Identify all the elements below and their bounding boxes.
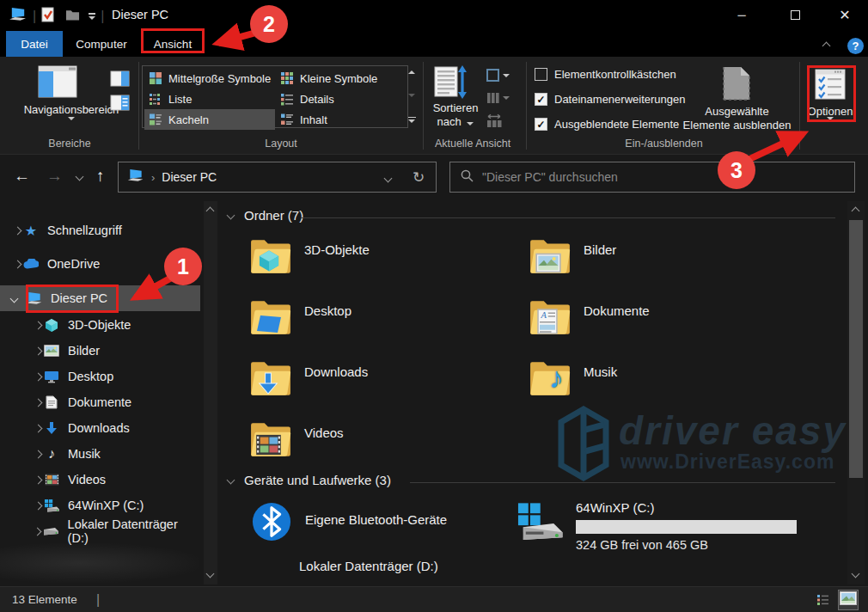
layout-option-kacheln[interactable]: Kacheln <box>144 109 275 130</box>
folder-tile-downloads[interactable]: Downloads <box>249 358 368 401</box>
scroll-down-icon[interactable] <box>852 570 860 578</box>
search-box[interactable] <box>449 162 855 193</box>
device-tile-d-drive[interactable]: Lokaler Datenträger (D:) <box>299 559 438 573</box>
expand-chevron-icon[interactable] <box>34 346 42 355</box>
section-collapse-chevron-icon[interactable] <box>227 476 235 485</box>
sidebar-item-dokumente[interactable]: Dokumente <box>0 389 200 415</box>
preview-pane-icon[interactable] <box>110 70 130 90</box>
expand-chevron-icon[interactable] <box>13 260 21 268</box>
refresh-icon[interactable]: ↻ <box>413 168 425 187</box>
scrollbar-thumb[interactable] <box>849 220 863 478</box>
layout-option-medium-icons[interactable]: Mittelgroße Symbole <box>144 68 275 89</box>
layout-more-icon[interactable] <box>408 117 416 124</box>
checkbox-row-hidden-items[interactable]: Ausgeblendete Elemente <box>535 118 679 131</box>
customize-qat-chevron-icon[interactable] <box>89 13 95 20</box>
device-tile-c-drive[interactable]: 64WinXP (C:) 324 GB frei von 465 GB <box>516 500 799 545</box>
checkbox-checked-icon[interactable] <box>535 118 547 131</box>
scroll-down-icon[interactable] <box>408 94 415 97</box>
hide-selected-label-line2[interactable]: Elemente ausblenden <box>679 119 795 132</box>
recent-locations-chevron-icon[interactable] <box>76 173 84 181</box>
layout-option-liste[interactable]: Liste <box>144 89 275 109</box>
expand-chevron-icon[interactable] <box>34 501 42 510</box>
sort-by-icon[interactable] <box>433 65 468 103</box>
tile-label: 3D-Objekte <box>304 242 370 278</box>
sidebar-item-label: Bilder <box>68 344 100 358</box>
folder-tile-3d-objekte[interactable]: 3D-Objekte <box>249 236 370 278</box>
layout-option-details[interactable]: Details <box>276 89 406 109</box>
expand-chevron-icon[interactable] <box>34 424 42 432</box>
breadcrumb-path[interactable]: Dieser PC <box>162 170 217 184</box>
checkbox-unchecked-icon[interactable] <box>535 68 547 81</box>
thumbnail-view-toggle-icon[interactable] <box>839 591 858 609</box>
size-columns-icon[interactable] <box>486 113 505 132</box>
expand-chevron-icon[interactable] <box>34 450 42 458</box>
tab-computer[interactable]: Computer <box>69 31 134 57</box>
sidebar-scrollbar[interactable] <box>204 201 217 584</box>
address-dropdown-chevron-icon[interactable] <box>384 174 393 183</box>
hide-selected-label-line1[interactable]: Ausgewählte <box>679 105 795 118</box>
item-count: 13 Elemente <box>12 593 77 606</box>
sidebar-item-schnellzugriff[interactable]: ★ Schnellzugriff <box>0 217 200 243</box>
sidebar-item-bilder[interactable]: Bilder <box>0 338 200 364</box>
watermark-name: driver easy <box>619 407 847 454</box>
sidebar-item-downloads[interactable]: Downloads <box>0 415 200 441</box>
sidebar-item-d-drive[interactable]: Lokaler Datenträger (D:) <box>0 518 200 544</box>
properties-icon[interactable] <box>41 7 55 26</box>
minimize-button[interactable]: ─ <box>722 0 761 29</box>
folder-tile-desktop[interactable]: Desktop <box>249 297 351 340</box>
sidebar-item-c-drive[interactable]: 64WinXP (C:) <box>0 493 200 518</box>
expand-chevron-icon[interactable] <box>34 398 42 407</box>
layout-option-inhalt[interactable]: Inhalt <box>276 109 406 130</box>
scroll-up-icon[interactable] <box>408 70 415 74</box>
maximize-button[interactable] <box>775 0 815 29</box>
layout-option-small-icons[interactable]: Kleine Symbole <box>276 68 406 89</box>
sidebar-item-musik[interactable]: ♪ Musik <box>0 441 200 467</box>
checkbox-label: Dateinamenerweiterungen <box>554 93 685 106</box>
address-bar[interactable]: › Dieser PC ↻ <box>118 162 437 193</box>
expand-chevron-icon[interactable] <box>34 527 42 536</box>
section-header-ordner[interactable]: Ordner (7) <box>228 208 303 223</box>
tab-datei[interactable]: Datei <box>6 31 63 57</box>
sidebar-item-label: Videos <box>68 473 106 487</box>
folder-tile-bilder[interactable]: Bilder <box>529 236 616 278</box>
group-by-icon[interactable] <box>486 69 510 83</box>
checkbox-checked-icon[interactable] <box>535 93 547 106</box>
sort-by-label-line2[interactable]: nach <box>425 115 486 128</box>
back-icon[interactable]: ← <box>14 168 30 184</box>
expand-chevron-icon[interactable] <box>34 475 42 484</box>
scroll-up-icon[interactable] <box>852 207 860 216</box>
collapse-ribbon-icon[interactable] <box>822 42 831 51</box>
add-columns-icon[interactable] <box>486 91 510 105</box>
checkbox-row-item-checkboxes[interactable]: Elementkontrollkästchen <box>535 68 676 81</box>
sidebar-item-3d-objekte[interactable]: 3D-Objekte <box>0 312 200 338</box>
sidebar-item-videos[interactable]: Videos <box>0 467 200 493</box>
tile-label: 64WinXP (C:) <box>576 500 654 515</box>
close-button[interactable]: ✕ <box>825 0 865 29</box>
checkbox-row-file-extensions[interactable]: Dateinamenerweiterungen <box>535 93 685 106</box>
scroll-down-icon[interactable] <box>206 570 215 578</box>
help-icon[interactable]: ? <box>847 38 864 54</box>
search-input[interactable] <box>482 170 809 184</box>
main-scrollbar[interactable] <box>847 201 865 584</box>
sidebar-item-desktop[interactable]: Desktop <box>0 364 200 389</box>
navigation-pane-icon[interactable] <box>38 65 77 103</box>
tile-label: Musik <box>584 364 617 401</box>
details-view-toggle-icon[interactable] <box>816 593 830 610</box>
up-icon[interactable]: ↑ <box>96 168 105 184</box>
device-tile-bluetooth[interactable]: Eigene Bluetooth-Geräte <box>252 502 447 545</box>
expand-chevron-icon[interactable] <box>34 372 42 381</box>
details-pane-icon[interactable] <box>110 95 130 114</box>
folder-tile-dokumente[interactable]: A Dokumente <box>529 297 650 340</box>
collapse-chevron-icon[interactable] <box>9 294 18 303</box>
section-header-geraete[interactable]: Geräte und Laufwerke (3) <box>228 473 391 487</box>
scroll-up-icon[interactable] <box>206 207 215 216</box>
folder-tile-videos[interactable]: Videos <box>249 419 344 462</box>
new-folder-icon[interactable] <box>65 8 80 25</box>
expand-chevron-icon[interactable] <box>13 226 21 235</box>
expand-chevron-icon[interactable] <box>34 321 42 329</box>
sort-by-label-line1[interactable]: Sortieren <box>425 101 486 114</box>
section-collapse-chevron-icon[interactable] <box>227 211 235 220</box>
hide-selected-icon[interactable] <box>720 65 753 108</box>
navigation-pane-dropdown-icon[interactable] <box>68 120 75 136</box>
folder-tile-musik[interactable]: ♪ Musik <box>529 358 617 401</box>
